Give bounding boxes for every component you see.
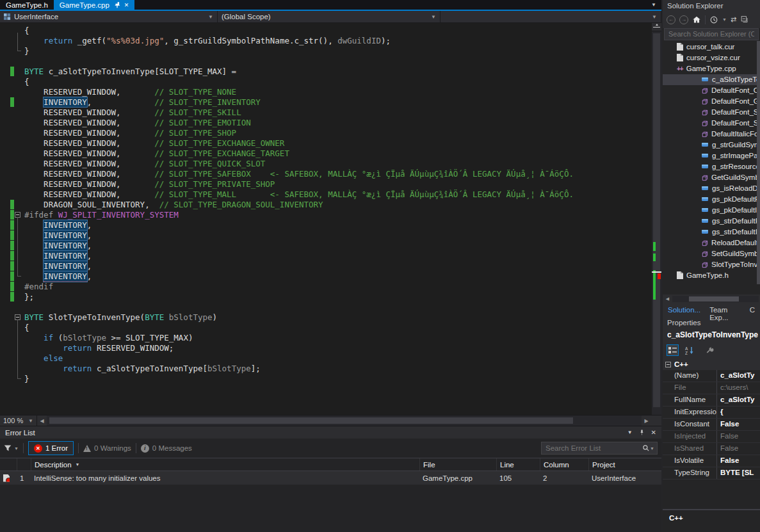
- tab-gametype-h[interactable]: GameType.h: [0, 0, 54, 10]
- tree-item-gs-strdefaultitalicf[interactable]: gs_strDefaultItalicF: [663, 227, 760, 238]
- tree-item-g-strresourcepath[interactable]: g_strResourcePath: [663, 161, 760, 172]
- property-value[interactable]: c_aSlotTy: [717, 394, 760, 406]
- tool-window-tab-solution-[interactable]: Solution...: [668, 306, 700, 314]
- header-file[interactable]: File: [419, 458, 496, 471]
- collapse-minus-icon[interactable]: [665, 362, 671, 367]
- close-icon[interactable]: ✕: [651, 429, 656, 436]
- error-list-title-bar[interactable]: Error List ▼ ✕: [0, 426, 661, 439]
- horizontal-scrollbar-thumb[interactable]: [49, 417, 573, 424]
- editor-vertical-scrollbar[interactable]: [652, 23, 661, 415]
- categorized-view-button[interactable]: [667, 344, 679, 356]
- scroll-left-arrow[interactable]: ◀: [663, 296, 672, 302]
- document-list-chevron-icon[interactable]: ▼: [651, 2, 656, 8]
- alphabetical-sort-button[interactable]: AZ: [684, 345, 695, 356]
- tree-item-gs-pkdefaultitalicf[interactable]: gs_pkDefaultItalicF: [663, 205, 760, 216]
- tree-item-g-strguildsymbolp[interactable]: g_strGuildSymbolP: [663, 140, 760, 150]
- vertical-scrollbar-thumb[interactable]: [653, 33, 660, 407]
- types-dropdown[interactable]: UserInterface ▼: [0, 11, 218, 22]
- close-icon[interactable]: ✕: [124, 2, 129, 8]
- back-icon[interactable]: ←: [667, 15, 675, 24]
- tree-item-getguildsymbolfi[interactable]: GetGuildSymbolFi: [663, 172, 760, 183]
- tree-item-gs-isreloaddefaul[interactable]: gs_isReloadDefaul: [663, 183, 760, 194]
- property-value[interactable]: c_aSlotTy: [717, 370, 760, 382]
- warnings-filter-button[interactable]: 0 Warnings: [83, 444, 131, 452]
- split-editor-handle[interactable]: [652, 23, 661, 31]
- tree-vertical-scrollbar[interactable]: [757, 41, 760, 284]
- property-value[interactable]: {: [717, 407, 760, 418]
- horizontal-scrollbar-thumb[interactable]: [689, 296, 739, 302]
- solution-explorer-search-input[interactable]: [667, 29, 756, 38]
- properties-object-name[interactable]: c_aSlotTypeToInvenType: [663, 328, 760, 342]
- header-description[interactable]: Description▼: [31, 458, 419, 471]
- forward-icon[interactable]: →: [679, 15, 688, 24]
- tree-item-defaultfont-clean[interactable]: DefaultFont_Clean: [663, 85, 760, 96]
- field-icon: [701, 218, 709, 224]
- home-icon[interactable]: [692, 15, 701, 24]
- tool-window-tab-c[interactable]: C: [750, 306, 755, 314]
- header-project[interactable]: Project: [588, 458, 661, 471]
- chevron-down-icon[interactable]: ▼: [722, 17, 727, 22]
- property-value[interactable]: c:\users\: [717, 382, 760, 394]
- tree-item-defaultitalicfont-c[interactable]: DefaultItalicFont_C: [663, 129, 760, 140]
- scroll-right-arrow[interactable]: ▶: [642, 418, 651, 424]
- pin-icon[interactable]: [114, 1, 120, 8]
- members-dropdown[interactable]: ▼: [441, 11, 661, 22]
- property-row-isinjected[interactable]: IsInjectedFalse: [663, 431, 760, 443]
- tree-horizontal-scrollbar[interactable]: ◀: [663, 294, 760, 303]
- property-row-typestring[interactable]: TypeStringBYTE [SL: [663, 467, 760, 480]
- error-list-search-input[interactable]: [544, 444, 642, 453]
- tree-item-reloaddefaultfont[interactable]: ReloadDefaultFont: [663, 238, 760, 248]
- tree-item-gs-pkdefaultfont[interactable]: gs_pkDefaultFont: [663, 194, 760, 205]
- pending-changes-filter-icon[interactable]: [709, 15, 718, 24]
- solution-explorer-title[interactable]: Solution Explorer: [663, 0, 760, 12]
- property-value[interactable]: BYTE [SL: [717, 467, 760, 479]
- header-line[interactable]: Line: [496, 458, 540, 471]
- header-column[interactable]: Column: [540, 458, 588, 471]
- tree-item-cursor-vsize-cur[interactable]: cursor_vsize.cur: [663, 52, 760, 63]
- chevron-down-icon[interactable]: ▼: [650, 446, 654, 451]
- solution-explorer-search-box[interactable]: [664, 28, 759, 40]
- property-value[interactable]: False: [717, 443, 760, 455]
- editor-horizontal-scrollbar[interactable]: [47, 415, 642, 426]
- tree-item-gametype-h[interactable]: GameType.h: [663, 270, 760, 281]
- tool-window-tab-team-exp-[interactable]: Team Exp...: [709, 306, 741, 321]
- window-position-chevron-icon[interactable]: ▼: [627, 430, 633, 435]
- tree-item-g-strimagepath[interactable]: g_strImagePath: [663, 150, 760, 161]
- filter-button[interactable]: ▼: [4, 444, 19, 452]
- tree-item-slottypetoinvent[interactable]: SlotTypeToInvenT: [663, 259, 760, 270]
- error-row[interactable]: 1 IntelliSense: too many initializer val…: [0, 471, 661, 485]
- property-row-fullname[interactable]: FullNamec_aSlotTy: [663, 394, 760, 407]
- tree-item-defaultfont-setna[interactable]: DefaultFont_SetNa: [663, 107, 760, 118]
- code-editor[interactable]: { return _getf("%s%03d.jpg", g_strGuildS…: [0, 23, 661, 415]
- property-row--name-[interactable]: (Name)c_aSlotTy: [663, 370, 760, 382]
- search-icon[interactable]: [642, 444, 650, 452]
- code-area[interactable]: { return _getf("%s%03d.jpg", g_strGuildS…: [0, 23, 652, 415]
- property-row-isshared[interactable]: IsSharedFalse: [663, 443, 760, 455]
- collapse-all-icon[interactable]: [740, 15, 749, 24]
- sync-with-active-document-icon[interactable]: ⇄: [731, 15, 736, 24]
- pin-icon[interactable]: [639, 429, 645, 436]
- property-row-isconstant[interactable]: IsConstantFalse: [663, 419, 760, 431]
- property-value[interactable]: False: [717, 455, 760, 467]
- property-pages-wrench-icon[interactable]: [704, 345, 716, 356]
- tree-item-defaultfont-getre[interactable]: DefaultFont_GetRe: [663, 96, 760, 107]
- zoom-selector[interactable]: 100 % ▼: [0, 415, 37, 426]
- scroll-left-arrow[interactable]: ◀: [37, 418, 47, 424]
- error-list-search-box[interactable]: ▼: [541, 442, 658, 455]
- tree-item-cursor-talk-cur[interactable]: cursor_talk.cur: [663, 42, 760, 52]
- property-value[interactable]: False: [717, 419, 760, 430]
- errors-filter-button[interactable]: ✕ 1 Error: [28, 441, 74, 455]
- tree-item-defaultfont-startu[interactable]: DefaultFont_Startu: [663, 118, 760, 129]
- tree-item-c-aslottypetoinve[interactable]: c_aSlotTypeToInve: [663, 74, 760, 85]
- messages-filter-button[interactable]: i 0 Messages: [141, 444, 192, 453]
- tree-item-gs-strdefaultfontn[interactable]: gs_strDefaultFontN: [663, 216, 760, 227]
- tree-item-gametype-cpp[interactable]: ++GameType.cpp: [663, 63, 760, 74]
- scope-dropdown[interactable]: (Global Scope) ▼: [218, 11, 441, 22]
- tree-item-setguildsymbolpa[interactable]: SetGuildSymbolPa: [663, 248, 760, 259]
- property-row-isvolatile[interactable]: IsVolatileFalse: [663, 455, 760, 467]
- category-row-cpp[interactable]: C++: [663, 359, 760, 370]
- property-row-initexpression[interactable]: InitExpression{: [663, 407, 760, 419]
- property-row-file[interactable]: Filec:\users\: [663, 382, 760, 394]
- property-value[interactable]: False: [717, 431, 760, 442]
- tab-gametype-cpp[interactable]: GameType.cpp ✕: [54, 0, 135, 10]
